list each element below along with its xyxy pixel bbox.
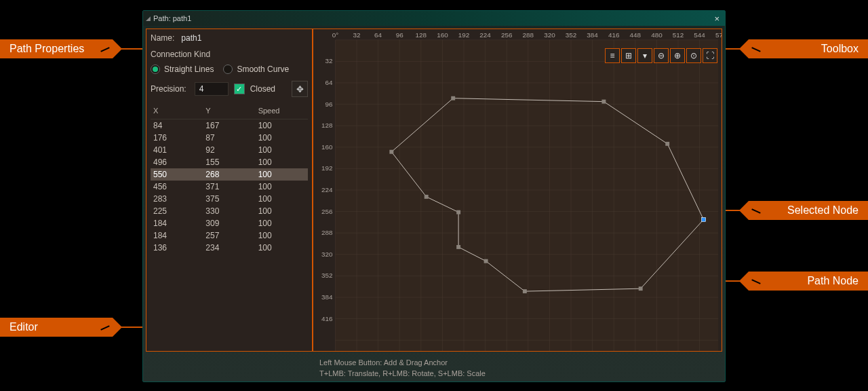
svg-text:160: 160 [321,143,333,151]
zoom-out-icon[interactable]: ⊖ [654,48,669,63]
radio-dot-icon [223,64,233,74]
svg-text:384: 384 [321,293,333,301]
svg-text:544: 544 [694,31,705,39]
help-line1: Left Mouse Button: Add & Drag Anchor [319,358,486,368]
cell-x: 283 [151,193,203,205]
titlebar[interactable]: ◢ Path: path1 × [143,11,725,26]
table-row[interactable]: 283375100 [151,193,308,205]
svg-text:128: 128 [321,122,333,129]
path-node[interactable] [451,96,455,100]
table-row[interactable]: 184309100 [151,217,308,229]
svg-text:416: 416 [321,315,333,322]
drag-handle-icon[interactable]: ✥ [292,81,308,97]
grid-icon[interactable]: ⊞ [621,48,636,63]
path-node[interactable] [456,245,460,249]
properties-panel: Name: path1 Connection Kind Straight Lin… [146,29,313,352]
callout-label: Toolbox [821,43,859,55]
radio-straight-label: Straight Lines [164,64,214,74]
path-node[interactable] [456,210,460,215]
points-table: X Y Speed 841671001768710040192100496155… [151,103,308,347]
precision-input[interactable]: 4 [195,82,229,96]
radio-straight-lines[interactable]: Straight Lines [151,64,214,74]
svg-text:384: 384 [587,31,598,39]
svg-text:32: 32 [325,57,332,64]
svg-text:352: 352 [321,272,332,279]
help-line2: T+LMB: Translate, R+LMB: Rotate, S+LMB: … [319,369,486,379]
svg-text:0°: 0° [332,31,338,39]
svg-text:416: 416 [608,31,620,39]
table-row[interactable]: 550268100 [151,168,308,181]
closed-label: Closed [250,84,275,94]
callout-toolbox: Toolbox [739,39,868,58]
cell-y: 309 [203,217,255,229]
name-value[interactable]: path1 [181,33,201,43]
cell-y: 375 [203,193,255,205]
callout-path-node: Path Node [739,272,868,291]
svg-text:96: 96 [396,31,403,39]
table-row[interactable]: 17687100 [151,132,308,144]
table-row[interactable]: 225330100 [151,205,308,217]
path-node[interactable] [523,289,527,293]
table-row[interactable]: 136234100 [151,242,308,254]
cell-y: 330 [203,205,255,217]
radio-smooth-curve[interactable]: Smooth Curve [223,64,289,74]
closed-checkbox[interactable] [234,83,245,94]
svg-text:288: 288 [523,31,534,39]
toolbox: ≡⊞▾⊖⊕⊙⛶ [605,48,717,63]
zoom-in-icon[interactable]: ⊕ [670,48,685,63]
selected-node[interactable] [702,217,706,221]
cell-speed: 100 [256,242,308,254]
cell-speed: 100 [256,181,308,193]
path-node[interactable] [425,195,429,199]
cell-x: 550 [151,168,203,181]
callout-path-properties: Path Properties [0,39,122,58]
callout-lead [121,48,145,50]
cell-y: 234 [203,242,255,254]
fit-view-icon[interactable]: ⛶ [703,48,717,63]
cell-x: 496 [151,156,203,168]
table-row[interactable]: 84167100 [151,119,308,132]
svg-text:480: 480 [651,31,663,39]
cell-speed: 100 [256,168,308,181]
cell-speed: 100 [256,217,308,229]
callout-label: Editor [9,321,38,333]
canvas-area[interactable]: 0°32649612816019222425628832035238441644… [313,29,722,352]
path-editor-window: ◢ Path: path1 × Name: path1 Connection K… [142,10,726,382]
svg-text:96: 96 [325,100,332,108]
path-node[interactable] [665,142,669,146]
svg-text:224: 224 [321,186,333,193]
svg-text:352: 352 [566,31,576,39]
path-node[interactable] [601,100,606,104]
svg-rect-2 [335,40,718,351]
table-row[interactable]: 456371100 [151,181,308,193]
table-row[interactable]: 184257100 [151,229,308,242]
cell-y: 268 [203,168,255,181]
cell-speed: 100 [256,156,308,168]
cell-x: 184 [151,229,203,242]
table-row[interactable]: 496155100 [151,156,308,168]
cell-y: 87 [203,132,255,144]
svg-text:288: 288 [321,229,333,236]
cell-speed: 100 [256,229,308,242]
path-node[interactable] [484,259,488,263]
svg-text:320: 320 [321,250,333,258]
zoom-reset-icon[interactable]: ⊙ [686,48,701,63]
col-y: Y [203,105,255,116]
close-button[interactable]: × [711,14,722,24]
svg-text:224: 224 [479,31,491,39]
toggle-grid-icon[interactable]: ≡ [605,48,620,63]
table-row[interactable]: 40192100 [151,144,308,156]
svg-text:64: 64 [325,79,332,86]
path-node[interactable] [639,286,643,291]
radio-smooth-label: Smooth Curve [237,64,289,74]
grid-options-icon[interactable]: ▾ [637,48,652,63]
col-speed: Speed [256,105,308,116]
help-text: Left Mouse Button: Add & Drag Anchor T+L… [319,358,486,379]
cell-y: 92 [203,144,255,156]
svg-text:192: 192 [321,164,332,172]
callout-label: Selected Node [787,204,859,217]
cell-x: 136 [151,242,203,254]
path-node[interactable] [389,150,393,154]
name-label: Name: [151,33,174,43]
svg-text:256: 256 [321,208,333,215]
